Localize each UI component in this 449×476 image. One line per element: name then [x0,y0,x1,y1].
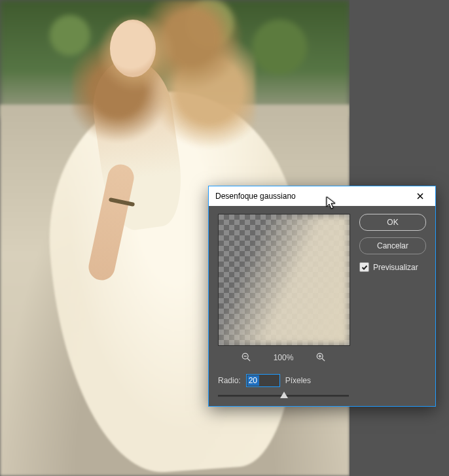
zoom-level: 100% [270,353,296,362]
radius-unit: Píxeles [285,376,311,385]
slider-thumb[interactable] [280,392,288,398]
dialog-titlebar[interactable]: Desenfoque gaussiano [209,186,435,206]
filter-preview[interactable] [218,214,350,346]
radius-input[interactable]: 20 [246,374,280,387]
ok-button-label: OK [387,218,398,227]
radius-label: Radio: [218,376,241,385]
zoom-in-icon [316,352,325,362]
close-icon [417,193,423,199]
cancel-button[interactable]: Cancelar [359,237,426,254]
gaussian-blur-dialog: Desenfoque gaussiano 100% Radio: 20 Píxe… [208,186,436,407]
cancel-button-label: Cancelar [377,241,408,250]
close-button[interactable] [410,186,430,206]
radius-slider[interactable] [218,390,349,401]
preview-checkbox[interactable] [359,262,369,272]
zoom-out-icon [242,352,251,362]
ok-button[interactable]: OK [359,214,426,231]
svg-line-1 [247,358,250,361]
zoom-in-button[interactable] [316,352,325,364]
dialog-title: Desenfoque gaussiano [215,192,410,201]
check-icon [361,264,368,271]
radius-value: 20 [247,375,259,386]
preview-checkbox-label: Previsualizar [373,263,418,272]
preview-content [219,214,350,345]
zoom-out-button[interactable] [242,352,251,364]
svg-line-4 [322,358,325,361]
